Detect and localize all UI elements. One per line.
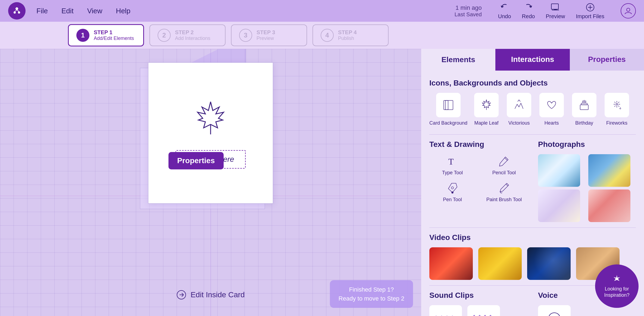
add-recording-button[interactable]: Add recording <box>538 305 571 316</box>
svg-line-30 <box>618 106 619 107</box>
paint-brush-tool-label: Paint Brush Tool <box>486 197 522 203</box>
preview-button[interactable]: Preview <box>546 2 565 20</box>
pencil-tool-label: Pencil Tool <box>492 170 516 176</box>
tab-interactions[interactable]: Interactions <box>495 49 570 71</box>
text-drawing-title: Text & Drawing <box>429 140 527 149</box>
photo-cake[interactable] <box>538 189 580 222</box>
icon-hearts[interactable]: Hearts <box>538 93 565 126</box>
photographs-title: Photographs <box>538 140 636 149</box>
redo-button[interactable]: Redo <box>522 2 535 20</box>
svg-point-10 <box>627 8 630 11</box>
icon-birthday-label: Birthday <box>575 120 593 126</box>
video-yellow[interactable] <box>478 247 522 280</box>
step-2[interactable]: 2 STEP 2 Add Interactions <box>149 24 226 46</box>
tools-grid: T Type Tool Pencil Tool <box>429 154 527 203</box>
video-red[interactable] <box>429 247 473 280</box>
finished-step-line1: Finished Step 1? <box>339 285 404 294</box>
photo-gift[interactable] <box>588 189 630 222</box>
step-2-sub: Add Interactions <box>175 36 210 41</box>
tab-bar: Elements Interactions Properties <box>421 49 644 71</box>
svg-rect-16 <box>580 105 588 110</box>
svg-line-29 <box>614 102 615 103</box>
edit-inside-card-button[interactable]: Edit Inside Card <box>176 290 245 300</box>
text-photos-section: Text & Drawing T Type Tool <box>429 140 636 222</box>
svg-line-3 <box>15 10 17 11</box>
step-4[interactable]: 4 STEP 4 Publish <box>312 24 389 46</box>
icon-victorious[interactable]: Victorious <box>505 93 533 126</box>
step-3-num: 3 <box>239 29 252 42</box>
tab-elements[interactable]: Elements <box>421 49 495 71</box>
svg-rect-6 <box>554 9 557 10</box>
menu-help[interactable]: Help <box>116 7 130 15</box>
icon-fireworks[interactable]: Fireworks <box>603 93 630 126</box>
step-1-title: STEP 1 <box>94 29 134 36</box>
save-label: Last Saved <box>455 11 482 18</box>
svg-point-0 <box>15 7 18 10</box>
type-tool[interactable]: T Type Tool <box>429 154 476 176</box>
finished-step-badge[interactable]: Finished Step 1? Ready to move to Step 2 <box>330 280 413 308</box>
sound-dramatic[interactable]: Dramatic <box>467 305 500 316</box>
type-tool-label: Type Tool <box>442 170 463 176</box>
main-layout: Add Text here Properties Edit Inside Car… <box>0 49 644 316</box>
inspiration-button[interactable]: Looking for Inspiration? <box>595 264 639 308</box>
divider-1 <box>429 134 636 135</box>
step-4-sub: Publish <box>338 36 357 41</box>
logo-button[interactable] <box>8 2 26 20</box>
icon-card-background-label: Card Background <box>429 120 467 126</box>
tab-properties[interactable]: Properties <box>570 49 644 71</box>
photographs-col: Photographs <box>538 140 636 222</box>
step-4-num: 4 <box>321 29 334 42</box>
icon-card-background[interactable]: Card Background <box>429 93 467 126</box>
menu-bar: File Edit View Help <box>36 7 130 15</box>
step-3[interactable]: 3 STEP 3 Preview <box>231 24 307 46</box>
pencil-tool[interactable]: Pencil Tool <box>481 154 527 176</box>
video-blue[interactable] <box>527 247 571 280</box>
card-front[interactable]: Add Text here <box>148 62 273 204</box>
menu-file[interactable]: File <box>36 7 48 15</box>
menu-edit[interactable]: Edit <box>61 7 74 15</box>
divider-2 <box>429 227 636 228</box>
photo-mountain[interactable] <box>538 154 580 187</box>
save-info: 1 min ago Last Saved <box>455 4 482 18</box>
topbar-actions: Undo Redo Preview Import Files <box>498 2 604 20</box>
finished-step-line2: Ready to move to Step 2 <box>339 294 404 303</box>
svg-rect-17 <box>581 103 587 105</box>
pen-tool[interactable]: Pen Tool <box>429 181 476 203</box>
step-1-num: 1 <box>76 29 89 42</box>
icon-maple-leaf-label: Maple Leaf <box>474 120 499 126</box>
step-3-title: STEP 3 <box>257 29 275 36</box>
step-1-sub: Add/Edit Elements <box>94 36 134 41</box>
photo-grid <box>538 154 636 222</box>
sound-clips-col: Sound Clips Happy <box>429 291 527 316</box>
svg-line-39 <box>506 184 508 186</box>
icon-hearts-label: Hearts <box>545 120 559 126</box>
steps-bar: 1 STEP 1 Add/Edit Elements 2 STEP 2 Add … <box>0 22 644 49</box>
menu-view[interactable]: View <box>87 7 102 15</box>
svg-point-24 <box>616 103 618 105</box>
properties-tooltip[interactable]: Properties <box>168 152 224 169</box>
icon-victorious-label: Victorious <box>508 120 530 126</box>
svg-rect-5 <box>551 4 558 9</box>
svg-rect-13 <box>444 100 453 110</box>
undo-button[interactable]: Undo <box>498 2 511 20</box>
sound-happy[interactable]: Happy <box>429 305 462 316</box>
paint-brush-tool[interactable]: Paint Brush Tool <box>481 181 527 203</box>
pen-tool-label: Pen Tool <box>443 197 462 203</box>
svg-point-33 <box>620 108 621 109</box>
text-drawing-col: Text & Drawing T Type Tool <box>429 140 527 222</box>
step-1[interactable]: 1 STEP 1 Add/Edit Elements <box>68 24 144 46</box>
canvas-area[interactable]: Add Text here Properties Edit Inside Car… <box>0 49 421 316</box>
user-avatar[interactable] <box>621 3 636 18</box>
sound-clips-title: Sound Clips <box>429 291 527 300</box>
svg-point-2 <box>18 11 20 14</box>
icon-birthday[interactable]: Birthday <box>571 93 598 126</box>
photo-beach[interactable] <box>588 154 630 187</box>
import-files-button[interactable]: Import Files <box>576 2 604 20</box>
card-container: Add Text here <box>148 62 273 204</box>
topbar: File Edit View Help 1 min ago Last Saved… <box>0 0 644 22</box>
svg-line-31 <box>618 102 619 103</box>
icons-section-title: Icons, Backgrounds and Objects <box>429 79 636 87</box>
svg-line-4 <box>17 10 19 11</box>
svg-point-38 <box>452 192 453 193</box>
icon-maple-leaf[interactable]: Maple Leaf <box>473 93 500 126</box>
